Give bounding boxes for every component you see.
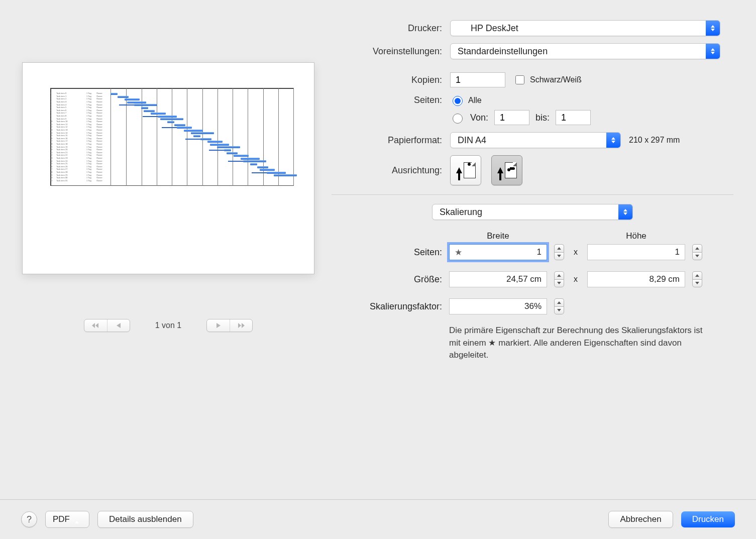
pager-last-button[interactable] [230, 319, 252, 332]
pages-all-radio[interactable] [453, 96, 463, 106]
chevron-up-down-icon [618, 204, 632, 220]
pages-to-label: bis: [535, 113, 550, 123]
orientation-portrait-button[interactable] [450, 155, 481, 185]
print-preview: 0Task item 01 TagOwner1Task item 11 TagO… [23, 63, 314, 274]
paper-label: Papierformat: [332, 135, 442, 146]
size-height-input[interactable]: 8,29 cm [587, 271, 685, 287]
section-popup[interactable]: Skalierung [432, 204, 633, 220]
pages-label: Seiten: [332, 95, 442, 105]
pages-width-stepper[interactable] [554, 244, 564, 260]
printer-label: Drucker: [332, 23, 442, 34]
factor-row-label: Skalierungsfaktor: [332, 301, 442, 312]
copies-label: Kopien: [332, 75, 442, 85]
pages-height-stepper[interactable] [692, 244, 702, 260]
chevron-up-down-icon [75, 511, 89, 527]
width-header: Breite [449, 231, 547, 241]
hide-details-button[interactable]: Details ausblenden [97, 511, 193, 528]
printer-popup[interactable]: HP DeskJet [450, 20, 720, 36]
star-icon: ★ [455, 247, 462, 258]
pages-height-input[interactable]: 1 [587, 244, 685, 260]
bw-label: Schwarz/Weiß [530, 75, 582, 84]
paper-size-text: 210 x 297 mm [629, 136, 680, 145]
scaling-note: Die primäre Eigenschaft zur Berechnung d… [449, 325, 704, 362]
size-height-stepper[interactable] [692, 271, 702, 287]
size-width-input[interactable]: 24,57 cm [449, 271, 547, 287]
copies-input[interactable] [450, 72, 505, 87]
factor-stepper[interactable] [554, 298, 564, 314]
pages-all-label: Alle [468, 96, 482, 105]
preview-column: 0Task item 01 TagOwner1Task item 11 TagO… [23, 18, 314, 362]
print-button[interactable]: Drucken [681, 511, 735, 527]
pages-from-input[interactable] [494, 110, 529, 125]
page-landscape-icon [505, 162, 517, 178]
dialog-footer: ? PDF Details ausblenden Abbrechen Druck… [0, 499, 756, 539]
x-label: x [571, 248, 580, 257]
orientation-landscape-button[interactable] [491, 155, 522, 185]
height-header: Höhe [587, 231, 685, 241]
pages-width-input[interactable]: ★ 1 [449, 244, 547, 260]
x-label: x [571, 275, 580, 284]
paper-popup[interactable]: DIN A4 [450, 132, 621, 148]
page-portrait-icon [464, 162, 476, 178]
pager-prev-button[interactable] [107, 319, 130, 332]
pager-label: 1 von 1 [155, 321, 181, 330]
pages-row-label: Seiten: [332, 247, 442, 258]
settings-column: Drucker: HP DeskJet Voreinstellungen: St… [332, 18, 733, 362]
size-row-label: Größe: [332, 274, 442, 285]
presets-label: Voreinstellungen: [332, 46, 442, 57]
arrow-up-icon [497, 167, 503, 173]
pages-to-input[interactable] [556, 110, 591, 125]
arrow-up-icon [456, 167, 462, 173]
chevron-up-down-icon [706, 44, 720, 59]
factor-input[interactable]: 36% [449, 298, 547, 314]
orientation-label: Ausrichtung: [332, 165, 442, 176]
preview-pager: 1 von 1 [23, 319, 314, 332]
pager-first-button[interactable] [84, 319, 107, 332]
pages-range-radio[interactable] [453, 114, 463, 124]
chevron-up-down-icon [606, 133, 620, 148]
cancel-button[interactable]: Abbrechen [608, 511, 673, 528]
print-dialog: 0Task item 01 TagOwner1Task item 11 TagO… [0, 0, 756, 539]
chevron-up-down-icon [706, 21, 720, 36]
bw-checkbox[interactable] [515, 75, 524, 84]
size-width-stepper[interactable] [554, 271, 564, 287]
presets-popup[interactable]: Standardeinstellungen [450, 43, 720, 59]
pages-from-label: Von: [470, 113, 488, 123]
pdf-menu-button[interactable]: PDF [45, 511, 89, 528]
pager-next-button[interactable] [207, 319, 230, 332]
help-button[interactable]: ? [21, 511, 37, 527]
